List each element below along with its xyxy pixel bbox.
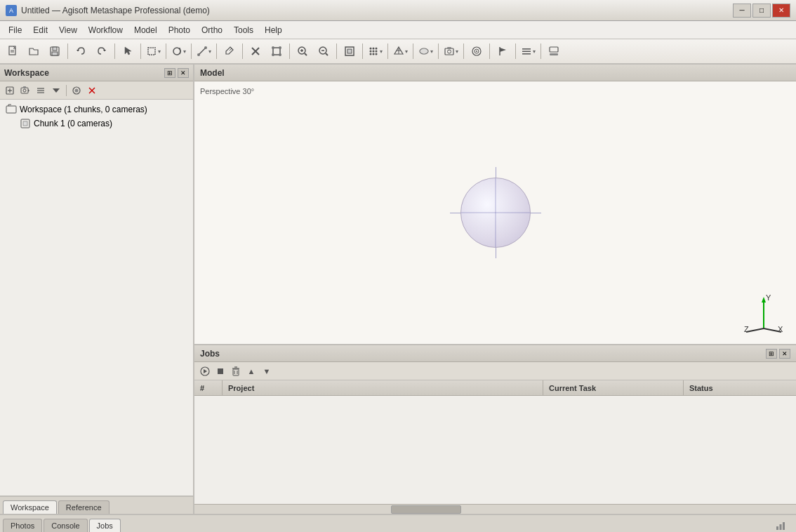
ws-expand[interactable]	[34, 84, 48, 98]
sep-17	[540, 44, 541, 59]
zoom-out-button[interactable]	[314, 41, 333, 61]
jobs-up-button[interactable]: ▲	[245, 365, 258, 378]
titlebar-left: A Untitled — Agisoft Metashape Professio…	[6, 5, 210, 16]
sphere-v-line	[495, 178, 496, 247]
svg-point-18	[279, 53, 281, 56]
svg-point-15	[272, 46, 274, 49]
minimize-button[interactable]: ─	[733, 4, 751, 18]
menu-edit[interactable]: Edit	[27, 23, 53, 37]
menu-workflow[interactable]: Workflow	[83, 23, 128, 37]
tree-chunk-1[interactable]: Chunk 1 (0 cameras)	[17, 117, 190, 131]
menu-photo[interactable]: Photo	[163, 23, 196, 37]
jobs-run-button[interactable]	[199, 365, 211, 378]
jobs-down-button[interactable]: ▼	[260, 365, 273, 378]
crop-button[interactable]	[267, 41, 286, 61]
layout-button[interactable]	[544, 41, 564, 61]
jobs-col-task: Current Task	[543, 380, 684, 395]
fit-button[interactable]	[340, 41, 359, 61]
jobs-delete-button[interactable]	[230, 365, 242, 378]
titlebar: A Untitled — Agisoft Metashape Professio…	[0, 0, 796, 21]
rotate-button[interactable]: ▾	[169, 41, 188, 61]
z-axis-label: Z	[744, 325, 749, 333]
svg-point-34	[370, 53, 372, 55]
sep-11	[387, 44, 388, 59]
svg-point-33	[376, 51, 378, 53]
workspace-tree[interactable]: Workspace (1 chunks, 0 cameras) Chunk 1 …	[0, 100, 193, 496]
svg-rect-44	[447, 47, 451, 49]
save-button[interactable]	[45, 41, 65, 61]
status-icon-button[interactable]	[774, 518, 788, 532]
workspace-title: Workspace	[4, 68, 49, 78]
target-button[interactable]	[467, 41, 486, 61]
ws-delete[interactable]	[85, 84, 99, 98]
photos-tab[interactable]: Photos	[3, 519, 42, 532]
sep-13	[438, 44, 439, 59]
undo-button[interactable]	[71, 41, 91, 61]
jobs-col-hash: #	[194, 380, 223, 395]
sphere	[460, 178, 531, 248]
tree-root[interactable]: Workspace (1 chunks, 0 cameras)	[3, 102, 190, 117]
svg-marker-61	[28, 89, 29, 92]
svg-point-35	[373, 53, 375, 55]
console-tab[interactable]: Console	[44, 519, 87, 532]
ws-activate[interactable]	[69, 84, 84, 98]
view-options-button[interactable]: ▾	[519, 41, 538, 61]
mesh-view-button[interactable]: ▾	[391, 41, 410, 61]
measure-button[interactable]: ▾	[194, 41, 213, 61]
sep-5	[191, 44, 192, 59]
jobs-scrollbar[interactable]	[194, 504, 796, 514]
sphere-container	[460, 178, 531, 248]
jobs-header-controls: ⊞ ✕	[766, 349, 790, 359]
main-area: Workspace ⊞ ✕	[0, 65, 796, 514]
new-button[interactable]	[3, 41, 22, 61]
pointer-button[interactable]	[118, 41, 138, 61]
jobs-float-button[interactable]: ⊞	[766, 349, 777, 359]
bottom-tabs-left: Photos Console Jobs	[3, 519, 122, 532]
svg-rect-88	[780, 524, 782, 530]
camera-button[interactable]: ▾	[442, 41, 460, 61]
svg-line-20	[305, 53, 307, 55]
svg-point-36	[376, 53, 378, 55]
workspace-close-button[interactable]: ✕	[178, 68, 189, 78]
jobs-stop-button[interactable]	[214, 365, 227, 378]
ws-collapse[interactable]	[49, 84, 63, 98]
close-button[interactable]: ✕	[772, 4, 790, 18]
svg-point-30	[376, 48, 378, 50]
surface-view-button[interactable]: ▾	[416, 41, 435, 61]
svg-point-28	[370, 48, 372, 50]
model-canvas[interactable]: Perspective 30° Y	[194, 81, 796, 344]
x-axis-label: X	[778, 325, 783, 333]
ws-add-camera[interactable]	[18, 84, 32, 98]
svg-rect-58	[21, 88, 28, 93]
select-rect-button[interactable]: ▾	[144, 41, 163, 61]
svg-marker-65	[53, 88, 60, 93]
jobs-tab[interactable]: Jobs	[89, 519, 121, 532]
points-view-button[interactable]: ▾	[366, 41, 385, 61]
menu-ortho[interactable]: Ortho	[196, 23, 228, 37]
jobs-table-header: # Project Current Task Status	[194, 380, 796, 396]
svg-marker-80	[204, 369, 207, 373]
open-button[interactable]	[24, 41, 44, 61]
sep-7	[242, 44, 243, 59]
delete-button[interactable]	[246, 41, 265, 61]
menu-tools[interactable]: Tools	[228, 23, 259, 37]
maximize-button[interactable]: □	[752, 4, 771, 18]
jobs-close-button[interactable]: ✕	[779, 349, 790, 359]
sep-6	[216, 44, 217, 59]
zoom-in-button[interactable]	[293, 41, 312, 61]
svg-rect-81	[218, 368, 223, 374]
ws-add-chunk[interactable]	[3, 84, 17, 98]
menu-model[interactable]: Model	[128, 23, 163, 37]
workspace-header: Workspace ⊞ ✕	[0, 65, 193, 81]
paint-button[interactable]	[220, 41, 239, 61]
menu-file[interactable]: File	[3, 23, 27, 37]
workspace-float-button[interactable]: ⊞	[164, 68, 175, 78]
menu-view[interactable]: View	[53, 23, 83, 37]
redo-button[interactable]	[92, 41, 112, 61]
jobs-scroll-thumb[interactable]	[391, 505, 461, 514]
flag-button[interactable]	[493, 41, 512, 61]
workspace-tab[interactable]: Workspace	[3, 500, 57, 514]
reference-tab[interactable]: Reference	[58, 500, 110, 514]
svg-rect-74	[23, 121, 27, 126]
menu-help[interactable]: Help	[259, 23, 288, 37]
